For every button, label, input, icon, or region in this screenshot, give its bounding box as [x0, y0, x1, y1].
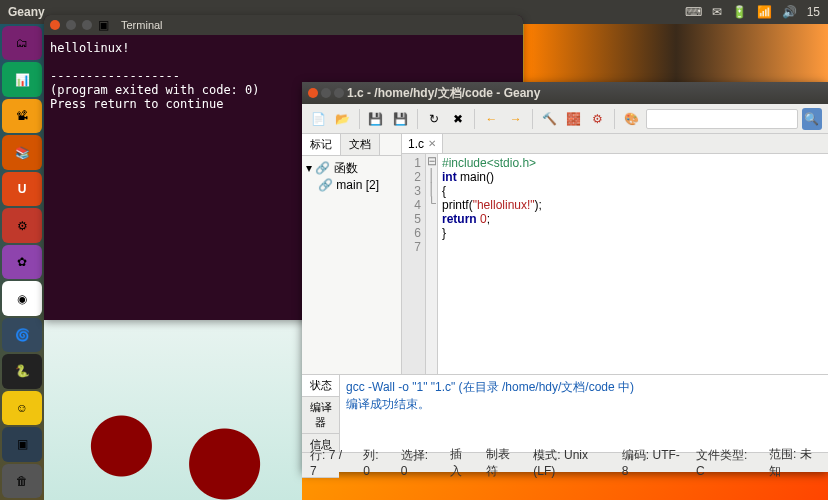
spreadsheet-icon: 📊	[15, 73, 30, 87]
python-icon: 🐍	[15, 364, 30, 378]
code-token: );	[535, 198, 542, 212]
battery-icon[interactable]: 🔋	[732, 5, 747, 19]
code-token: #include<stdio.h>	[442, 156, 536, 170]
separator	[614, 109, 615, 129]
save-button[interactable]: 💾	[366, 108, 386, 130]
close-tab-icon[interactable]: ✕	[428, 138, 436, 149]
line-numbers: 1 2 3 4 5 6 7	[402, 154, 426, 374]
code-token: {	[442, 184, 446, 198]
code-token: "hellolinux!"	[473, 198, 535, 212]
editor-tab-label: 1.c	[408, 137, 424, 151]
launcher-chrome[interactable]: ◉	[2, 281, 42, 315]
launcher-app2[interactable]: ☺	[2, 391, 42, 425]
launcher-python[interactable]: 🐍	[2, 354, 42, 388]
status-line: 行: 7 / 7	[310, 447, 349, 478]
tree-root[interactable]: ▾ 🔗 函数	[306, 160, 397, 177]
compiler-line: 编译成功结束。	[346, 396, 822, 413]
geany-window: 1.c - /home/hdy/文档/code - Geany 📄 📂 💾 💾 …	[302, 82, 828, 472]
minimize-icon[interactable]	[66, 20, 76, 30]
geany-toolbar: 📄 📂 💾 💾 ↻ ✖ ← → 🔨 🧱 ⚙ 🎨 🔍	[302, 104, 828, 134]
save-all-button[interactable]: 💾	[390, 108, 410, 130]
close-file-button[interactable]: ✖	[448, 108, 468, 130]
tree-root-label: 函数	[334, 161, 358, 175]
geany-titlebar[interactable]: 1.c - /home/hdy/文档/code - Geany	[302, 82, 828, 104]
maximize-icon[interactable]	[334, 88, 344, 98]
terminal-title: Terminal	[121, 19, 163, 31]
new-file-button[interactable]: 📄	[308, 108, 328, 130]
maximize-icon[interactable]	[82, 20, 92, 30]
line-number: 7	[402, 240, 421, 254]
line-number: 2	[402, 170, 421, 184]
compile-button[interactable]: 🔨	[539, 108, 559, 130]
keyboard-icon[interactable]: ⌨	[685, 5, 702, 19]
clock-text[interactable]: 15	[807, 5, 820, 19]
code-token: ;	[487, 212, 490, 226]
volume-icon[interactable]: 🔊	[782, 5, 797, 19]
terminal-icon: ▣	[17, 437, 28, 451]
compiler-output[interactable]: gcc -Wall -o "1" "1.c" (在目录 /home/hdy/文档…	[340, 375, 828, 452]
sidebar-tabs: 标记 文档	[302, 134, 401, 156]
editor-tab-1c[interactable]: 1.c ✕	[402, 134, 443, 153]
status-sel: 选择: 0	[401, 447, 436, 478]
nav-back-button[interactable]: ←	[481, 108, 501, 130]
search-button[interactable]: 🔍	[802, 108, 822, 130]
mail-icon[interactable]: ✉	[712, 5, 722, 19]
launcher-calc[interactable]: 📊	[2, 62, 42, 96]
flower-icon: ✿	[17, 255, 27, 269]
code-token: int	[442, 170, 457, 184]
geany-window-title: 1.c - /home/hdy/文档/code - Geany	[347, 85, 540, 102]
folder-icon: 🗂	[16, 36, 28, 50]
nav-forward-button[interactable]: →	[506, 108, 526, 130]
launcher-books[interactable]: 📚	[2, 135, 42, 169]
build-button[interactable]: 🧱	[563, 108, 583, 130]
color-chooser-button[interactable]: 🎨	[621, 108, 641, 130]
terminal-titlebar[interactable]: ▣ Terminal	[44, 15, 523, 35]
geany-main: 标记 文档 ▾ 🔗 函数 🔗 main [2] 1.c ✕ 1 2 3	[302, 134, 828, 374]
books-icon: 📚	[15, 146, 30, 160]
minimize-icon[interactable]	[321, 88, 331, 98]
close-icon[interactable]	[50, 20, 60, 30]
tree-item-main[interactable]: 🔗 main [2]	[306, 177, 397, 193]
smiley-icon: ☺	[16, 401, 28, 415]
launcher-files[interactable]: 🗂	[2, 26, 42, 60]
tab-compiler[interactable]: 编译器	[302, 397, 339, 434]
network-icon[interactable]: 📶	[757, 5, 772, 19]
execute-button[interactable]: ⚙	[588, 108, 608, 130]
launcher-trash[interactable]: 🗑	[2, 464, 42, 498]
status-filetype: 文件类型: C	[696, 447, 755, 478]
sidebar-tab-documents[interactable]: 文档	[341, 134, 380, 155]
open-file-button[interactable]: 📂	[332, 108, 352, 130]
tab-status[interactable]: 状态	[302, 375, 339, 397]
separator	[417, 109, 418, 129]
search-input[interactable]	[646, 109, 798, 129]
fold-marker[interactable]: ⊟	[426, 154, 437, 168]
code-content[interactable]: #include<stdio.h> int main() { printf("h…	[438, 154, 828, 374]
terminal-app-icon: ▣	[98, 18, 109, 32]
wallpaper-region	[44, 320, 302, 500]
trash-icon: 🗑	[16, 474, 28, 488]
launcher-impress[interactable]: 📽	[2, 99, 42, 133]
symbols-tree[interactable]: ▾ 🔗 函数 🔗 main [2]	[302, 156, 401, 197]
presentation-icon: 📽	[16, 109, 28, 123]
launcher-lens[interactable]: 🌀	[2, 318, 42, 352]
status-col: 列: 0	[363, 447, 387, 478]
fold-marker: │	[426, 168, 437, 182]
sidebar-tab-symbols[interactable]: 标记	[302, 134, 341, 155]
editor-body[interactable]: 1 2 3 4 5 6 7 ⊟ │ │ └	[402, 154, 828, 374]
separator	[474, 109, 475, 129]
launcher-settings[interactable]: ⚙	[2, 208, 42, 242]
reload-button[interactable]: ↻	[423, 108, 443, 130]
fold-marker: │	[426, 182, 437, 196]
editor-area: 1.c ✕ 1 2 3 4 5 6 7 ⊟ │	[402, 134, 828, 374]
fold-marker: └	[426, 196, 437, 210]
line-number: 6	[402, 226, 421, 240]
launcher-software-center[interactable]: U	[2, 172, 42, 206]
line-number: 1	[402, 156, 421, 170]
close-icon[interactable]	[308, 88, 318, 98]
lens-icon: 🌀	[15, 328, 30, 342]
launcher-app[interactable]: ✿	[2, 245, 42, 279]
launcher-terminal[interactable]: ▣	[2, 427, 42, 461]
status-encoding: 编码: UTF-8	[622, 447, 682, 478]
fold-column[interactable]: ⊟ │ │ └	[426, 154, 438, 374]
wallpaper-region	[524, 24, 828, 82]
